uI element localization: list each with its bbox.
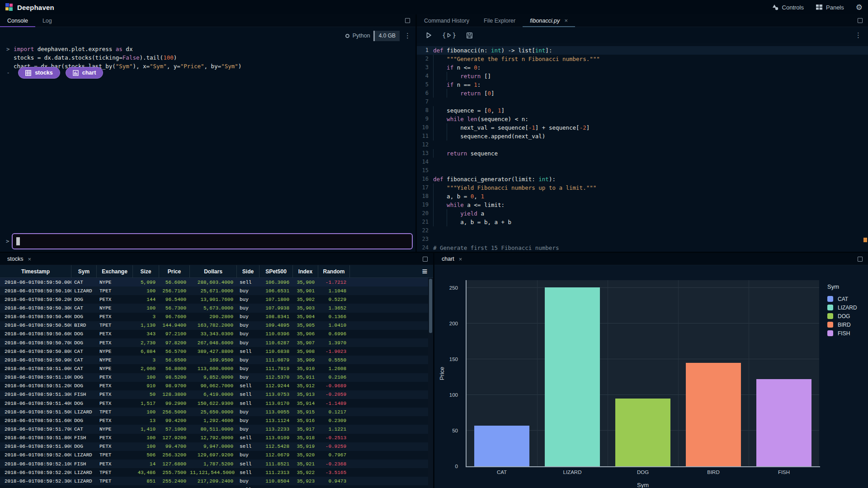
chart-object-button[interactable]: chart bbox=[66, 67, 104, 79]
table-row[interactable]: 2018-06-01T08:59:52.200LIZARDTPET43,4862… bbox=[0, 468, 433, 477]
table-row[interactable]: 2018-06-01T08:59:50.600DOGPETX34397.2100… bbox=[0, 330, 433, 338]
editor-overflow-menu-icon[interactable]: ⋮ bbox=[855, 31, 862, 39]
close-icon[interactable]: × bbox=[459, 256, 462, 263]
settings-gear-icon[interactable]: ⚙ bbox=[856, 3, 863, 12]
code-token: [ bbox=[481, 90, 487, 97]
console-input[interactable] bbox=[12, 233, 413, 249]
tab-stocks[interactable]: stocks × bbox=[0, 253, 38, 265]
tab-log-label: Log bbox=[42, 18, 52, 24]
save-button[interactable] bbox=[466, 32, 473, 39]
table-row[interactable]: 2018-06-01T08:59:50.900CATNYPE356.650016… bbox=[0, 356, 433, 364]
table-row[interactable]: 2018-06-01T08:59:50.000CATNYPE5,09956.60… bbox=[0, 278, 433, 286]
table-row[interactable]: 2018-06-01T08:59:50.200DOGPETX14496.5400… bbox=[0, 295, 433, 304]
legend-item-fish[interactable]: FISH bbox=[827, 329, 857, 338]
table-row[interactable]: 2018-06-01T08:59:51.100DOGPETX10098.5200… bbox=[0, 373, 433, 382]
table-cell: 2018-06-01T08:59:50.600 bbox=[0, 331, 71, 337]
app-title: Deephaven bbox=[17, 4, 54, 11]
close-icon[interactable]: × bbox=[564, 17, 568, 24]
table-row[interactable]: 2018-06-01T08:59:50.500BIRDTPET1,130144.… bbox=[0, 321, 433, 330]
scrollbar-thumb[interactable] bbox=[429, 279, 432, 333]
table-cell: 129,697.9200 bbox=[190, 452, 237, 458]
legend-item-dog[interactable]: DOG bbox=[827, 312, 857, 320]
close-icon[interactable]: × bbox=[28, 256, 31, 263]
editor-code-area[interactable]: 1def fibonacci(n: int) -> list[int]:2 ""… bbox=[417, 43, 868, 252]
stocks-maximize-icon[interactable] bbox=[423, 257, 428, 262]
bar-fish[interactable] bbox=[756, 379, 811, 466]
table-cell: TPET bbox=[97, 323, 133, 328]
table-cell: 2018-06-01T08:59:51.000 bbox=[0, 366, 71, 371]
indent-guide bbox=[433, 63, 434, 72]
bar-dog[interactable] bbox=[615, 399, 670, 466]
table-cell: 0.2106 bbox=[318, 375, 350, 380]
panels-menu-button[interactable]: Panels bbox=[816, 4, 844, 11]
table-cell: 100 bbox=[133, 305, 159, 311]
table-row[interactable]: 2018-06-01T08:59:52.000LIZARDTPET506256.… bbox=[0, 451, 433, 460]
table-cell: 0.5229 bbox=[318, 297, 350, 302]
x-tick-label: CAT bbox=[467, 469, 537, 475]
code-token: ) -> list[ bbox=[501, 47, 535, 54]
table-row[interactable]: 2018-06-01T08:59:52.400DOGPETX10099.6200… bbox=[0, 485, 433, 488]
legend-item-lizard[interactable]: LIZARD bbox=[827, 303, 857, 312]
table-row[interactable]: 2018-06-01T08:59:50.300CATNYPE10056.7300… bbox=[0, 304, 433, 312]
table-row[interactable]: 2018-06-01T08:59:51.700CATNYPE1,41057.10… bbox=[0, 425, 433, 433]
table-row[interactable]: 2018-06-01T08:59:52.300LIZARDTPET851255.… bbox=[0, 477, 433, 485]
bar-cat[interactable] bbox=[474, 426, 529, 466]
table-cell: 90,062.7000 bbox=[190, 383, 237, 389]
table-row[interactable]: 2018-06-01T08:59:51.800FISHPETX100127.92… bbox=[0, 434, 433, 442]
table-cell: 2018-06-01T08:59:51.500 bbox=[0, 409, 71, 415]
table-row[interactable]: 2018-06-01T08:59:50.800CATNYPE6,88456.57… bbox=[0, 347, 433, 356]
table-row[interactable]: 2018-06-01T08:59:51.000CATNYPE2,00056.80… bbox=[0, 364, 433, 373]
table-row[interactable]: 2018-06-01T08:59:50.100LIZARDTPET100256.… bbox=[0, 286, 433, 295]
run-button[interactable] bbox=[425, 32, 432, 39]
tab-log[interactable]: Log bbox=[35, 14, 59, 27]
column-header-size[interactable]: Size bbox=[133, 265, 159, 277]
table-scrollbar[interactable] bbox=[428, 278, 433, 488]
code-token: if bbox=[447, 64, 453, 71]
tab-fibonacci-py[interactable]: fibonacci.py × bbox=[523, 14, 575, 27]
table-row[interactable]: 2018-06-01T08:59:50.400DOGPETX396.760029… bbox=[0, 313, 433, 321]
hamburger-menu-icon[interactable]: ≡ bbox=[422, 267, 428, 276]
code-token: : bbox=[477, 81, 481, 88]
column-header-spet500[interactable]: SPet500 bbox=[259, 265, 293, 277]
tab-file-explorer[interactable]: File Explorer bbox=[476, 14, 523, 27]
column-header-price[interactable]: Price bbox=[159, 265, 190, 277]
table-cell: sell bbox=[237, 349, 259, 354]
run-selected-button[interactable]: { } bbox=[442, 32, 456, 39]
table-row[interactable]: 2018-06-01T08:59:50.700DOGPETX2,73097.82… bbox=[0, 338, 433, 347]
editor-maximize-icon[interactable] bbox=[858, 18, 863, 23]
table-cell: LIZARD bbox=[71, 452, 97, 458]
chart-maximize-icon[interactable] bbox=[858, 257, 863, 262]
table-row[interactable]: 2018-06-01T08:59:51.900DOGPETX10099.4700… bbox=[0, 442, 433, 451]
column-header-side[interactable]: Side bbox=[237, 265, 259, 277]
tab-console[interactable]: Console bbox=[0, 14, 35, 27]
table-row[interactable]: 2018-06-01T08:59:51.300FISHPETX50128.380… bbox=[0, 390, 433, 399]
table-row[interactable]: 2018-06-01T08:59:51.400DOGPETX1,51799.29… bbox=[0, 399, 433, 408]
bar-lizard[interactable] bbox=[545, 287, 600, 466]
tab-chart[interactable]: chart × bbox=[434, 253, 469, 265]
console-overflow-menu-icon[interactable]: ⋮ bbox=[404, 32, 411, 40]
column-header-timestamp[interactable]: Timestamp bbox=[0, 265, 71, 277]
table-cell: TPET bbox=[97, 409, 133, 415]
tab-console-label: Console bbox=[7, 18, 28, 24]
table-row[interactable]: 2018-06-01T08:59:51.600DOGPETX1399.42001… bbox=[0, 416, 433, 425]
table-row[interactable]: 2018-06-01T08:59:51.500LIZARDTPET100256.… bbox=[0, 408, 433, 416]
column-header-sym[interactable]: Sym bbox=[71, 265, 97, 277]
legend-item-cat[interactable]: CAT bbox=[827, 295, 857, 303]
console-maximize-icon[interactable] bbox=[405, 18, 410, 23]
table-cell: sell bbox=[237, 392, 259, 397]
table-row[interactable]: 2018-06-01T08:59:52.100FISHPETX14127.680… bbox=[0, 460, 433, 468]
stocks-object-button[interactable]: stocks bbox=[18, 67, 60, 79]
column-header-index[interactable]: Index bbox=[293, 265, 318, 277]
column-header-dollars[interactable]: Dollars bbox=[190, 265, 237, 277]
bar-bird[interactable] bbox=[686, 363, 741, 466]
y-axis-line bbox=[466, 280, 467, 467]
tab-command-history[interactable]: Command History bbox=[417, 14, 476, 27]
x-tick-label: DOG bbox=[608, 469, 678, 475]
table-row[interactable]: 2018-06-01T08:59:51.200DOGPETX91098.9700… bbox=[0, 382, 433, 390]
code-line: 18 a, b = 0, 1 bbox=[417, 192, 868, 201]
controls-menu-button[interactable]: Controls bbox=[772, 4, 804, 11]
legend-item-bird[interactable]: BIRD bbox=[827, 320, 857, 329]
column-header-exchange[interactable]: Exchange bbox=[97, 265, 133, 277]
column-header-random[interactable]: Random bbox=[318, 265, 350, 277]
collapse-marker[interactable]: - bbox=[7, 69, 9, 77]
